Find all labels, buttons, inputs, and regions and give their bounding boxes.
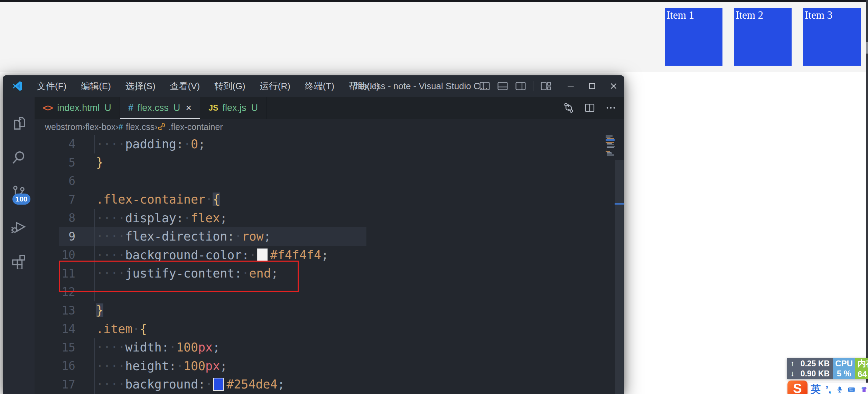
tab-label: flex.css — [138, 103, 169, 113]
css-icon: # — [128, 103, 133, 113]
browser-scrollbar[interactable] — [866, 0, 868, 394]
menu-r[interactable]: 运行(R) — [253, 75, 298, 97]
breadcrumb-separator: › — [82, 122, 85, 132]
code-line-9[interactable]: 9····flex-direction:·row; — [35, 227, 624, 246]
customize-layout-icon[interactable] — [538, 78, 553, 94]
extensions-icon[interactable] — [3, 244, 35, 279]
title-bar: 文件(F)编辑(E)选择(S)查看(V)转到(G)运行(R)终端(T)帮助(H)… — [3, 75, 624, 97]
breadcrumb-item-.flex-container[interactable]: .flex-container — [158, 122, 223, 132]
memory-label: 内存 — [858, 358, 868, 369]
vscode-window: 文件(F)编辑(E)选择(S)查看(V)转到(G)运行(R)终端(T)帮助(H)… — [3, 75, 624, 394]
tab-index.html[interactable]: <>index.htmlU — [35, 97, 120, 119]
line-code: .item·{ — [96, 322, 147, 336]
keyboard-icon[interactable] — [848, 384, 856, 394]
menu-t[interactable]: 终端(T) — [298, 75, 342, 97]
code-line-13[interactable]: 13} — [35, 301, 624, 320]
breadcrumb-separator: › — [115, 122, 118, 132]
open-changes-icon[interactable] — [563, 102, 575, 114]
toggle-secondary-sidebar-icon[interactable] — [513, 78, 528, 94]
minimap-decoration — [606, 139, 615, 141]
line-number: 11 — [35, 267, 75, 280]
line-number: 10 — [35, 248, 75, 262]
code-line-17[interactable]: 17····background:·#254de4; — [35, 375, 624, 394]
source-control-badge: 100 — [12, 194, 30, 205]
css-class-icon — [158, 123, 166, 131]
mic-icon[interactable] — [836, 385, 843, 394]
code-lines[interactable]: 4····padding:·0;5}67.flex-container·{8··… — [35, 135, 624, 394]
minimap[interactable] — [606, 135, 615, 156]
code-line-5[interactable]: 5} — [35, 153, 624, 172]
skin-icon[interactable] — [860, 384, 868, 394]
menu-g[interactable]: 转到(G) — [207, 75, 253, 97]
code-line-16[interactable]: 16····height:·100px; — [35, 357, 624, 375]
window-controls — [560, 75, 624, 97]
split-editor-icon[interactable] — [584, 102, 595, 113]
ime-toolbar: 英 ’, — [805, 383, 868, 394]
download-speed: 0.90 KB — [801, 369, 830, 378]
source-control-icon[interactable]: 100 — [3, 175, 35, 209]
menu-e[interactable]: 编辑(E) — [74, 75, 118, 97]
code-line-8[interactable]: 8····display:·flex; — [35, 209, 624, 227]
tab-flex.js[interactable]: JSflex.jsU — [200, 97, 267, 119]
line-number: 15 — [35, 341, 75, 354]
code-line-4[interactable]: 4····padding:·0; — [35, 135, 624, 153]
color-swatch[interactable] — [213, 378, 224, 391]
line-code: } — [96, 156, 103, 169]
code-line-6[interactable]: 6 — [35, 172, 624, 190]
menu-v[interactable]: 查看(V) — [163, 75, 207, 97]
breadcrumb-separator: › — [155, 122, 157, 132]
code-line-15[interactable]: 15····width:·100px; — [35, 338, 624, 357]
activity-bar: 100 — [3, 97, 35, 394]
toggle-panel-icon[interactable] — [495, 78, 510, 94]
color-swatch[interactable] — [257, 248, 268, 262]
breadcrumb-item-webstrom[interactable]: webstrom — [45, 122, 82, 132]
code-line-10[interactable]: 10····background-color:·#f4f4f4; — [35, 246, 624, 264]
breadcrumb-item-flex.css[interactable]: #flex.css — [119, 122, 155, 132]
tab-close-icon[interactable]: × — [186, 102, 192, 114]
sogou-logo[interactable]: S — [787, 381, 808, 394]
search-icon[interactable] — [3, 140, 35, 175]
cpu-value: 5 % — [837, 369, 851, 378]
run-debug-icon[interactable] — [3, 209, 35, 244]
scrollbar-thumb[interactable] — [866, 42, 868, 54]
explorer-icon[interactable] — [3, 106, 35, 140]
layout-controls — [477, 75, 553, 97]
tab-flex.css[interactable]: #flex.cssU× — [120, 97, 200, 119]
breadcrumb-label: flex.css — [126, 122, 155, 132]
editor-scrollbar[interactable] — [615, 135, 624, 394]
cpu-widget: CPU 5 % — [833, 358, 855, 379]
code-line-12[interactable]: 12 — [35, 283, 624, 301]
line-code: ····justify-content:·end; — [96, 266, 278, 280]
memory-value: 64 — [858, 369, 867, 379]
more-actions-icon[interactable] — [605, 102, 617, 114]
minimize-icon[interactable] — [560, 75, 581, 97]
ime-language-toggle[interactable]: 英 — [811, 383, 821, 394]
breadcrumb-item-flex-box[interactable]: flex-box — [85, 122, 116, 132]
maximize-icon[interactable] — [581, 75, 603, 97]
code-editor[interactable]: 4····padding:·0;5}67.flex-container·{8··… — [35, 135, 624, 394]
html-icon: <> — [43, 103, 53, 113]
scrollbar-decoration — [615, 203, 624, 205]
menu-f[interactable]: 文件(F) — [30, 75, 74, 97]
flex-items-row: Item 1Item 2Item 3 — [665, 8, 861, 66]
line-number: 7 — [35, 193, 75, 206]
upload-speed: 0.25 KB — [801, 359, 830, 368]
download-arrow-icon: ↓ — [791, 369, 794, 378]
editor-scrollbar-slider[interactable] — [615, 160, 624, 394]
window-title: flex.css - note - Visual Studio C... — [355, 75, 487, 97]
code-line-7[interactable]: 7.flex-container·{ — [35, 190, 624, 209]
tab-label: flex.js — [222, 103, 246, 113]
code-line-14[interactable]: 14.item·{ — [35, 320, 624, 338]
network-speeds: ↑0.25 KB ↓0.90 KB — [787, 358, 833, 379]
code-line-11[interactable]: 11····justify-content:·end; — [35, 264, 624, 283]
upload-arrow-icon: ↑ — [791, 359, 794, 368]
cpu-label: CPU — [835, 359, 853, 368]
ime-punctuation-toggle[interactable]: ’, — [825, 386, 831, 393]
close-icon[interactable] — [603, 75, 624, 97]
tab-label: index.html — [57, 103, 100, 113]
line-number: 16 — [35, 359, 75, 373]
breadcrumb-label: flex-box — [85, 122, 116, 132]
toggle-sidebar-icon[interactable] — [477, 78, 492, 94]
menu-s[interactable]: 选择(S) — [118, 75, 163, 97]
memory-widget: 内存 64 — [855, 358, 868, 379]
